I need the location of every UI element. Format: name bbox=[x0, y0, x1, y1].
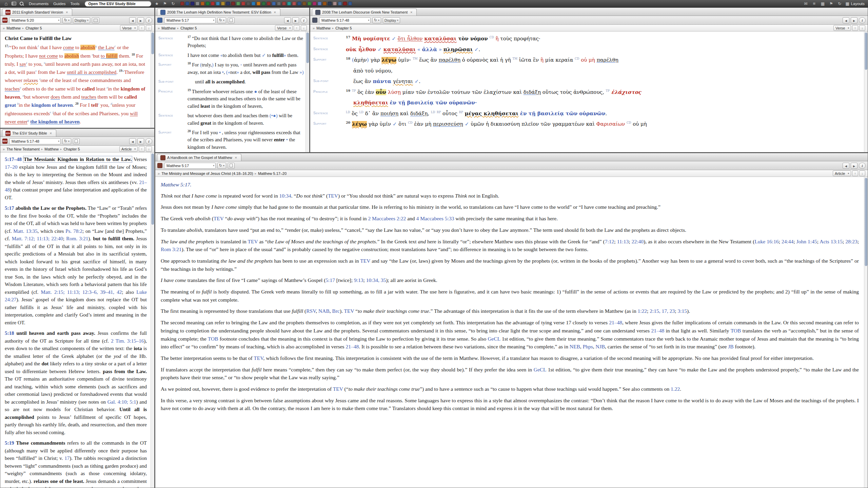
tab-handbook[interactable]: A Handbook on The Gospel of Matthew bbox=[157, 154, 241, 161]
scrollbar[interactable] bbox=[305, 32, 309, 152]
shortcut-icon[interactable] bbox=[262, 2, 265, 5]
shortcut-icon[interactable] bbox=[282, 2, 286, 5]
previous-article-button[interactable] bbox=[852, 170, 858, 176]
refresh-icon[interactable] bbox=[837, 1, 842, 6]
tab-hdnt[interactable]: 2008:The Lexham High Definition New Test… bbox=[157, 8, 280, 16]
scrollbar-thumb[interactable] bbox=[865, 178, 867, 266]
shortcut-icon[interactable] bbox=[216, 2, 220, 5]
chevron-down-icon[interactable] bbox=[368, 19, 369, 22]
shortcut-icon[interactable] bbox=[221, 2, 225, 5]
chevrons-icon[interactable] bbox=[3, 147, 5, 151]
info-button[interactable] bbox=[859, 163, 866, 169]
chevrons-icon[interactable] bbox=[313, 26, 315, 30]
shortcut-icon[interactable] bbox=[308, 2, 311, 5]
chevrons-icon[interactable] bbox=[158, 26, 160, 30]
chevron-down-icon[interactable] bbox=[213, 19, 214, 22]
scrollbar[interactable] bbox=[864, 32, 868, 152]
breadcrumb-item[interactable]: Chapter 5 bbox=[335, 26, 352, 30]
page-button[interactable] bbox=[73, 138, 80, 144]
scrollbar-thumb[interactable] bbox=[151, 154, 154, 225]
breadcrumb-item[interactable]: Matthew bbox=[6, 26, 21, 30]
shortcut-icon[interactable] bbox=[292, 2, 296, 5]
menu-item[interactable]: Tools bbox=[71, 2, 80, 6]
shortcut-icon[interactable] bbox=[201, 2, 204, 5]
nav-unit-select[interactable]: Article bbox=[119, 146, 138, 152]
next-verse-button[interactable] bbox=[146, 25, 152, 31]
breadcrumb-item[interactable]: Chapter 5 bbox=[25, 26, 42, 30]
shortcut-icon[interactable] bbox=[226, 2, 230, 5]
close-icon[interactable] bbox=[49, 131, 53, 135]
reference-input[interactable] bbox=[9, 17, 61, 23]
chevron-down-icon[interactable] bbox=[58, 140, 59, 143]
search-icon[interactable] bbox=[19, 1, 24, 6]
flag-icon[interactable] bbox=[162, 1, 167, 6]
mail-icon[interactable] bbox=[803, 1, 808, 6]
shortcut-icon[interactable] bbox=[272, 2, 276, 5]
sync-button[interactable] bbox=[217, 17, 226, 23]
back-button[interactable] bbox=[129, 17, 136, 23]
close-icon[interactable] bbox=[273, 10, 277, 14]
scrollbar[interactable] bbox=[864, 177, 868, 488]
shortcut-icon[interactable] bbox=[191, 2, 194, 5]
next-verse-button[interactable] bbox=[859, 25, 865, 31]
info-button[interactable] bbox=[859, 17, 866, 23]
forward-button[interactable] bbox=[137, 17, 144, 23]
shortcut-icon[interactable] bbox=[196, 2, 199, 5]
shortcut-icon[interactable] bbox=[257, 2, 260, 5]
layouts-button[interactable]: Layouts bbox=[845, 1, 865, 6]
scrollbar-thumb[interactable] bbox=[865, 33, 867, 70]
page-button[interactable] bbox=[228, 17, 235, 23]
breadcrumb-item[interactable]: Matthew bbox=[44, 147, 59, 151]
reference-input[interactable] bbox=[9, 138, 61, 144]
chevron-down-icon[interactable] bbox=[213, 164, 214, 167]
close-icon[interactable] bbox=[409, 10, 413, 14]
forward-button[interactable] bbox=[292, 17, 299, 23]
shortcut-icon[interactable] bbox=[231, 2, 235, 5]
chevron-down-icon[interactable] bbox=[58, 19, 59, 22]
previous-article-button[interactable] bbox=[139, 146, 145, 152]
breadcrumb-item[interactable]: Matthew 5.17–20 bbox=[258, 171, 287, 176]
sync-button[interactable] bbox=[62, 17, 71, 23]
shortcut-icon[interactable] bbox=[236, 2, 240, 5]
close-icon[interactable] bbox=[234, 156, 238, 160]
book-button[interactable] bbox=[92, 17, 99, 23]
scrollbar-thumb[interactable] bbox=[151, 33, 154, 54]
breadcrumb-item[interactable]: Matthew bbox=[161, 26, 176, 30]
command-box[interactable]: Open The ESV Study Bible bbox=[85, 1, 151, 6]
library-icon[interactable] bbox=[12, 2, 16, 5]
shortcut-icon[interactable] bbox=[180, 2, 184, 5]
sync-button[interactable] bbox=[217, 163, 226, 169]
previous-verse-button[interactable] bbox=[139, 25, 145, 31]
info-button[interactable] bbox=[300, 17, 307, 23]
close-icon[interactable] bbox=[65, 10, 69, 14]
sync-icon[interactable] bbox=[170, 1, 176, 6]
tab-greek[interactable]: 2008:The Lexham Discourse Greek New Test… bbox=[312, 8, 417, 16]
shortcut-icon[interactable] bbox=[318, 2, 321, 5]
shortcut-icon[interactable] bbox=[297, 2, 301, 5]
shortcut-icon[interactable] bbox=[185, 2, 189, 5]
breadcrumb-item[interactable]: Chapter 5 bbox=[63, 147, 80, 151]
shortcut-icon[interactable] bbox=[323, 2, 327, 5]
reference-input[interactable] bbox=[319, 17, 371, 23]
sync-button[interactable] bbox=[62, 138, 71, 144]
notifications-icon[interactable] bbox=[828, 1, 834, 6]
shortcut-icon[interactable] bbox=[267, 2, 271, 5]
shortcut-icon[interactable] bbox=[241, 2, 245, 5]
forward-button[interactable] bbox=[851, 163, 857, 169]
shortcut-icon[interactable] bbox=[313, 2, 316, 5]
forward-button[interactable] bbox=[851, 17, 857, 23]
tab-esv[interactable]: ESV 2011:English Standard Version bbox=[2, 8, 72, 16]
back-button[interactable] bbox=[284, 17, 291, 23]
next-article-button[interactable] bbox=[859, 170, 865, 176]
info-button[interactable] bbox=[145, 17, 152, 23]
back-button[interactable] bbox=[129, 138, 136, 144]
nav-unit-select[interactable]: Verse bbox=[275, 25, 293, 31]
scrollbar-thumb[interactable] bbox=[306, 33, 309, 63]
scrollbar[interactable] bbox=[151, 32, 154, 128]
list-icon[interactable] bbox=[811, 1, 817, 6]
tab-study-bible[interactable]: ESV The ESV Study Bible bbox=[2, 129, 56, 137]
nav-unit-select[interactable]: Verse bbox=[120, 25, 138, 31]
forward-button[interactable] bbox=[137, 138, 144, 144]
shortcut-icon[interactable] bbox=[302, 2, 306, 5]
next-article-button[interactable] bbox=[146, 146, 152, 152]
